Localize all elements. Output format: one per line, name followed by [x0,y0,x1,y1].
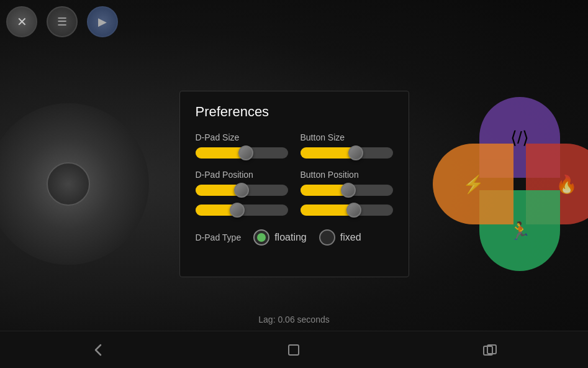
dpad-type-row: D-Pad Type floating fixed [196,229,393,246]
button-size-track [301,147,393,159]
radio-floating-outer [253,229,269,246]
button-size-slider-container [301,147,393,159]
button-size-section: Button Size [301,132,393,167]
dpad-size-label: D-Pad Size [196,132,288,142]
dpad-pos-x-container [196,185,288,196]
dialog-overlay: Preferences D-Pad Size Button Size [0,0,588,368]
radio-fixed-inner [323,233,332,242]
button-pos-y-track [301,205,393,216]
radio-fixed[interactable]: fixed [319,229,361,246]
radio-floating[interactable]: floating [253,229,307,246]
button-pos-x-thumb[interactable] [341,183,356,198]
dpad-pos-x-thumb[interactable] [234,183,249,198]
radio-floating-label: floating [274,232,307,243]
dpad-type-label: D-Pad Type [196,232,242,242]
dpad-size-section: D-Pad Size [196,132,288,167]
dpad-pos-y-container [196,205,288,216]
button-pos-x-container [301,185,393,196]
radio-floating-inner [257,233,266,242]
radio-fixed-outer [319,229,335,246]
button-pos-x-track [301,185,393,196]
button-pos-y-container [301,205,393,216]
button-size-label: Button Size [301,132,393,142]
dpad-size-slider-container [196,147,288,159]
dpad-pos-x-track [196,185,288,196]
button-size-fill [301,147,356,159]
button-position-section: Button Position [301,170,393,224]
dpad-pos-y-track [196,205,288,216]
size-row: D-Pad Size Button Size [196,132,393,167]
position-labels-row: D-Pad Position Button Positi [196,170,393,224]
dpad-position-label: D-Pad Position [196,170,288,180]
dpad-position-section: D-Pad Position [196,170,288,224]
button-position-label: Button Position [301,170,393,180]
dpad-pos-y-thumb[interactable] [230,203,245,218]
preferences-dialog: Preferences D-Pad Size Button Size [179,91,409,277]
dpad-size-thumb[interactable] [238,145,253,160]
radio-fixed-label: fixed [340,232,361,243]
dpad-size-track [196,147,288,159]
button-pos-y-thumb[interactable] [346,203,361,218]
dialog-title: Preferences [196,104,393,120]
button-size-thumb[interactable] [348,145,363,160]
